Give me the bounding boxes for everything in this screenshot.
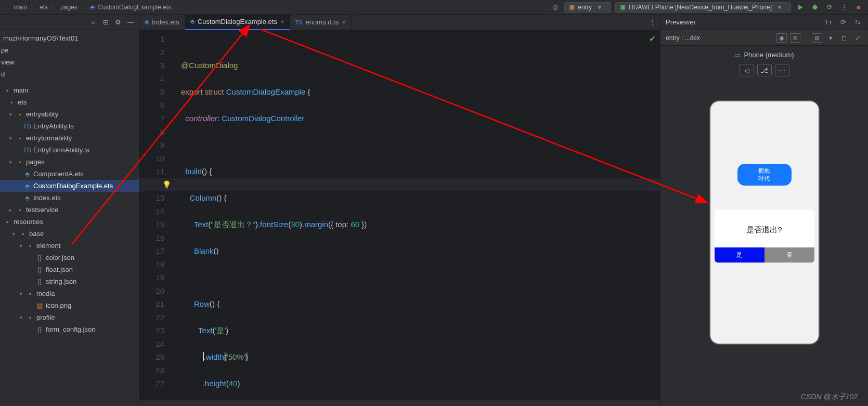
stop-icon[interactable]: ■: [853, 2, 864, 12]
chevron-down-icon[interactable]: ▾: [825, 33, 836, 43]
back-icon[interactable]: ◁: [740, 64, 754, 76]
bc-pages[interactable]: pages: [60, 4, 77, 11]
tree-element[interactable]: ▾▪element: [0, 240, 139, 252]
close-icon[interactable]: ×: [342, 18, 346, 26]
collapse-icon[interactable]: —: [125, 17, 136, 28]
select-opened-icon[interactable]: ≡: [88, 17, 98, 28]
more-icon[interactable]: ⋮: [839, 2, 849, 12]
project-sidebar: ≡ ⊞ ⚙ — muzi\HormanyOS\Text01 pe view d …: [0, 15, 139, 406]
settings-icon[interactable]: ⚙: [113, 17, 123, 28]
eye-icon[interactable]: ◉: [776, 33, 787, 43]
crop-icon[interactable]: ◻: [839, 33, 849, 43]
tab-customdialog[interactable]: ⬘CustomDialogExample.ets×: [185, 15, 290, 30]
top-toolbar: 〉main 〉ets 〉pages 〉⬘CustomDialogExample.…: [0, 0, 868, 15]
tree-index[interactable]: ⬘Index.ets: [0, 192, 139, 204]
check-icon[interactable]: ✔: [649, 32, 656, 46]
tree-project[interactable]: muzi\HormanyOS\Text01: [0, 32, 139, 44]
ets-file-icon: ⬘: [145, 19, 149, 25]
code-text[interactable]: @CustomDialog export struct CustomDialog…: [172, 30, 660, 400]
tree-profile[interactable]: ▾▪profile: [0, 311, 139, 323]
target-icon[interactable]: ◎: [550, 2, 560, 12]
breadcrumb: 〉main 〉ets 〉pages 〉⬘CustomDialogExample.…: [4, 3, 171, 11]
ets-file-icon: ⬘: [90, 4, 95, 11]
device-label[interactable]: ▭Phone (medium): [660, 46, 868, 64]
editor: ⬘Index.ets ⬘CustomDialogExample.ets× TSe…: [139, 15, 660, 406]
bc-main[interactable]: main: [14, 4, 27, 11]
bc-ets[interactable]: ets: [40, 4, 48, 11]
phone-mockup: 拥抱时代 是否退出? 是 否: [709, 100, 820, 345]
horizontal-scrollbar[interactable]: [139, 400, 660, 406]
sidebar-tools: ≡ ⊞ ⚙ —: [0, 15, 139, 30]
tree-entryformability[interactable]: ▾▪entryformability: [0, 132, 139, 144]
tree-d[interactable]: d: [0, 68, 139, 80]
refresh-icon[interactable]: ⟳: [838, 18, 848, 27]
expand-all-icon[interactable]: ⊞: [100, 17, 111, 28]
previewer-titlebar: Previewer Tᴛ ⟳ ⇆: [660, 15, 868, 30]
line-gutter: 1234567891011121314151617181920212223242…: [139, 30, 172, 400]
tree-main[interactable]: ▪main: [0, 84, 139, 96]
close-icon[interactable]: ×: [280, 18, 284, 25]
settings-icon[interactable]: ⇆: [852, 18, 863, 27]
dialog-text: 是否退出?: [715, 209, 814, 247]
tree-media[interactable]: ▾▪media: [0, 287, 139, 299]
dialog-row: 是 否: [715, 247, 814, 263]
more-icon[interactable]: ⋯: [775, 64, 789, 76]
profiler-icon[interactable]: ⟳: [824, 2, 835, 12]
editor-tabs: ⬘Index.ets ⬘CustomDialogExample.ets× TSe…: [139, 15, 660, 30]
previewer-nav: ◁ ⎇ ⋯: [660, 64, 868, 80]
debug-icon[interactable]: [810, 2, 820, 12]
project-tree: muzi\HormanyOS\Text01 pe view d ▪main ▪e…: [0, 30, 139, 337]
rotate-icon[interactable]: ⎇: [757, 64, 772, 76]
module-dropdown[interactable]: ▣entry▾: [564, 2, 611, 12]
tree-icon[interactable]: ▧icon.png: [0, 299, 139, 311]
device-dropdown[interactable]: ▣HUAWEI Phone [NewDevice_from_Huawei_Pho…: [615, 2, 791, 12]
lightbulb-icon[interactable]: 💡: [162, 178, 171, 192]
tree-customdialog[interactable]: ⬘CustomDialogExample.ets: [0, 180, 139, 192]
tab-more-icon[interactable]: ⋮: [645, 18, 660, 26]
ts-file-icon: TS: [295, 19, 303, 25]
bc-file[interactable]: CustomDialogExample.ets: [98, 4, 171, 11]
toolbar-right: ◎ ▣entry▾ ▣HUAWEI Phone [NewDevice_from_…: [550, 2, 864, 12]
run-icon[interactable]: [795, 2, 806, 12]
layers-icon[interactable]: ≋: [790, 33, 800, 43]
yes-button[interactable]: 是: [715, 247, 765, 263]
grid-icon[interactable]: ⊞: [812, 33, 822, 43]
tree-float[interactable]: {}float.json: [0, 264, 139, 276]
tree-string[interactable]: {}string.json: [0, 276, 139, 287]
custom-dialog: 是否退出? 是 否: [715, 209, 814, 263]
previewer-bar: entry : ...dex ◉ ≋ ⊞ ▾ ◻ ⤢: [660, 30, 868, 46]
ets-file-icon: ⬘: [190, 18, 195, 25]
primary-button[interactable]: 拥抱时代: [737, 164, 792, 186]
tree-componenta[interactable]: ⬘ComponentA.ets: [0, 168, 139, 180]
expand-icon[interactable]: ⤢: [852, 33, 863, 43]
tree-ets[interactable]: ▪ets: [0, 96, 139, 108]
tree-entryability-file[interactable]: TSEntryAbility.ts: [0, 120, 139, 132]
previewer-canvas: 拥抱时代 是否退出? 是 否: [660, 80, 868, 406]
tree-formconfig[interactable]: {}form_config.json: [0, 323, 139, 335]
code-area[interactable]: ✔ 💡 123456789101112131415161718192021222…: [139, 30, 660, 400]
watermark: CSDN @木子102: [801, 392, 858, 402]
tree-view[interactable]: view: [0, 56, 139, 68]
tree-color[interactable]: {}color.json: [0, 252, 139, 264]
tab-enums[interactable]: TSenums.d.ts×: [290, 15, 352, 30]
tree-resources[interactable]: ▪resources: [0, 216, 139, 228]
tree-testservice[interactable]: ▸▪testservice: [0, 204, 139, 216]
no-button[interactable]: 否: [765, 247, 814, 263]
previewer-title: Previewer: [666, 18, 696, 26]
tree-base[interactable]: ▾▪base: [0, 228, 139, 240]
tree-pages[interactable]: ▾▪pages: [0, 156, 139, 168]
previewer-panel: Previewer Tᴛ ⟳ ⇆ entry : ...dex ◉ ≋ ⊞ ▾ …: [660, 15, 868, 406]
tree-scope[interactable]: pe: [0, 44, 139, 56]
pv-entry[interactable]: entry : ...dex: [666, 34, 700, 42]
font-icon[interactable]: Tᴛ: [823, 18, 834, 27]
tab-index[interactable]: ⬘Index.ets: [139, 15, 185, 30]
tree-entryformability-file[interactable]: TSEntryFormAbility.ts: [0, 144, 139, 156]
tree-entryability[interactable]: ▾▪entryability: [0, 108, 139, 120]
